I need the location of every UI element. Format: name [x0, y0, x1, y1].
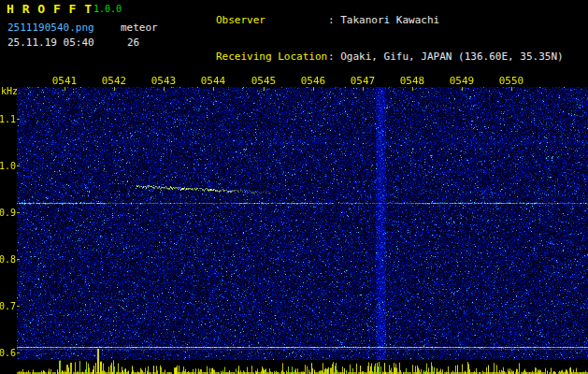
info-value: : Takanori Kawachi: [328, 14, 439, 26]
info-row-observer: Observer: Takanori Kawachi: [166, 2, 564, 38]
info-row-location: Receiving Location: Ogaki, Gifu, JAPAN (…: [166, 38, 564, 75]
app-title: H R O F F T: [7, 2, 93, 16]
freq-unit-label: kHz: [1, 86, 18, 96]
y-tick-label: 0.7: [0, 301, 16, 311]
mode-label: meteor: [121, 22, 158, 34]
info-label: Receiving Location: [216, 50, 328, 63]
y-tick-label: 0.6: [0, 348, 16, 358]
spectrogram-canvas: [17, 73, 588, 374]
y-tick-label: 0.8: [0, 254, 16, 265]
info-value: : Ogaki, Gifu, JAPAN (136.60E, 35.35N): [328, 50, 564, 63]
datetime-label: 25.11.19 05:40: [7, 36, 94, 49]
y-axis-ticks: 1.11.00.90.80.70.6: [0, 0, 17, 374]
echo-count: 26: [127, 36, 139, 49]
y-tick-label: 1.0: [0, 161, 16, 171]
output-filename: 2511190540.png: [7, 22, 94, 34]
info-label: Observer: [216, 14, 328, 26]
hrofft-spectrogram-image: H R O F F T 1.0.0 2511190540.png meteor …: [0, 0, 588, 374]
app-version: 1.0.0: [93, 4, 122, 14]
y-tick-label: 0.9: [0, 208, 16, 218]
y-tick-label: 1.1: [0, 114, 16, 124]
